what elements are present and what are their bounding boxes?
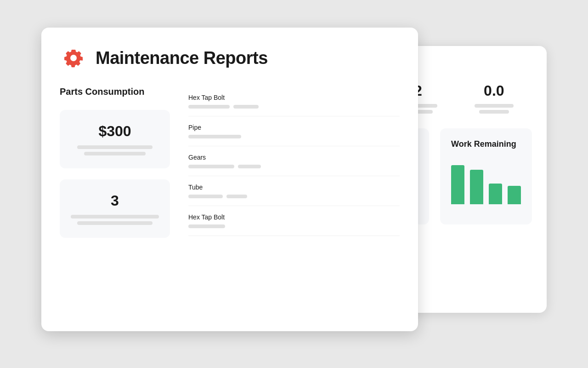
part-bar (233, 105, 259, 109)
part-bar (188, 195, 223, 198)
part-item-3: Gears (188, 146, 400, 176)
bar (479, 110, 509, 114)
part-bars-3 (188, 165, 400, 168)
part-item-4: Tube (188, 176, 400, 206)
count-bars (71, 215, 159, 225)
count-value: 3 (71, 192, 159, 209)
bar-chart-bar-2 (470, 170, 483, 204)
page-title: Maintenance Reports (96, 48, 268, 68)
bar (84, 152, 146, 155)
bar (77, 145, 152, 149)
part-name-1: Hex Tap Bolt (188, 94, 400, 101)
maintenance-gear-icon (60, 44, 87, 72)
part-name-3: Gears (188, 154, 400, 161)
bar-chart-bar-1 (451, 165, 464, 204)
cost-bars (71, 145, 159, 155)
part-name-2: Pipe (188, 124, 400, 131)
page-header: Maintenance Reports (60, 44, 400, 72)
part-bar (188, 105, 230, 109)
stat-bars-3 (456, 104, 532, 114)
parts-consumption-title: Parts Consumption (60, 86, 170, 97)
count-stat-card: 3 (60, 179, 170, 238)
cost-stat-card: $300 (60, 110, 170, 168)
scene: Status Report 12 2 0.0 (41, 28, 547, 340)
status-stat-3: 0.0 (456, 82, 532, 114)
bar (475, 104, 514, 108)
part-item-1: Hex Tap Bolt (188, 86, 400, 116)
part-bar (188, 224, 225, 228)
part-bar (238, 165, 261, 168)
front-card: Maintenance Reports Parts Consumption $3… (41, 28, 418, 331)
bar (71, 215, 159, 218)
bar-chart (451, 158, 521, 204)
right-column: Hex Tap Bolt Pipe Gears (188, 86, 400, 249)
bar (77, 221, 152, 225)
part-bar (188, 165, 234, 168)
work-remaining-title: Work Remaining (451, 139, 521, 149)
part-bars-5 (188, 224, 400, 228)
bar-chart-bar-4 (508, 186, 521, 204)
part-item-5: Hex Tap Bolt (188, 206, 400, 236)
bar-chart-bar-3 (489, 184, 502, 204)
part-bars-4 (188, 195, 400, 198)
part-item-2: Pipe (188, 116, 400, 146)
cost-value: $300 (71, 123, 159, 140)
left-column: Parts Consumption $300 3 (60, 86, 170, 249)
part-bars-2 (188, 135, 400, 138)
part-name-5: Hex Tap Bolt (188, 213, 400, 221)
part-bar (188, 135, 241, 138)
part-name-4: Tube (188, 184, 400, 191)
stat-value-3: 0.0 (456, 82, 532, 99)
part-bars-1 (188, 105, 400, 109)
svg-point-4 (70, 55, 77, 61)
parts-list: Hex Tap Bolt Pipe Gears (188, 86, 400, 236)
work-remaining-card: Work Remaining (440, 128, 532, 224)
part-bar (226, 195, 247, 198)
main-content: Parts Consumption $300 3 (60, 86, 400, 249)
